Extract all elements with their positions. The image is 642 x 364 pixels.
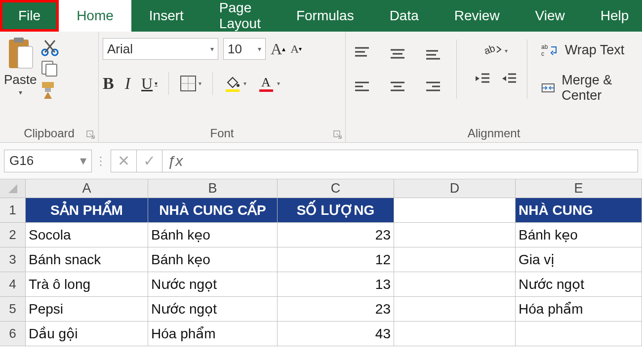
select-all-corner[interactable] (0, 179, 26, 198)
tab-page-layout[interactable]: Page Layout (201, 0, 279, 32)
font-color-button[interactable]: A ▾ (257, 75, 280, 92)
clipboard-launcher[interactable] (86, 130, 95, 139)
paste-label: Paste (4, 72, 37, 87)
fx-button[interactable]: ƒx (162, 150, 188, 172)
bold-button[interactable]: B (103, 74, 114, 93)
accept-formula-button[interactable]: ✓ (136, 150, 162, 172)
tab-view[interactable]: View (518, 0, 583, 32)
paste-dropdown[interactable]: ▾ (19, 88, 22, 96)
cell[interactable] (394, 223, 516, 247)
cell[interactable] (394, 272, 516, 297)
cell[interactable]: Socola (26, 223, 148, 247)
cell[interactable]: SỐ LƯỢNG (278, 198, 394, 223)
ribbon-tabs: File Home Insert Page Layout Formulas Da… (0, 0, 642, 32)
cell[interactable] (394, 247, 516, 272)
svg-text:c: c (541, 50, 544, 57)
row-header[interactable]: 5 (0, 297, 26, 322)
cell[interactable]: NHÀ CUNG (516, 198, 642, 223)
name-box-value: G16 (9, 153, 34, 168)
svg-rect-18 (259, 89, 273, 92)
tab-home[interactable]: Home (59, 0, 131, 32)
svg-text:ab: ab (484, 42, 496, 56)
align-top-button[interactable] (350, 40, 374, 67)
row-header[interactable]: 6 (0, 322, 26, 346)
cell[interactable] (394, 198, 516, 223)
cell[interactable]: Trà ô long (26, 272, 148, 297)
group-clipboard: Paste ▾ Clipboard (0, 32, 99, 142)
cell[interactable]: Bánh snack (26, 247, 148, 272)
tab-file[interactable]: File (0, 0, 59, 32)
tab-data[interactable]: Data (372, 0, 437, 32)
cell[interactable]: Gia vị (516, 247, 642, 272)
formula-input[interactable] (187, 150, 638, 172)
cell[interactable]: Dầu gội (26, 322, 148, 346)
column-header-A[interactable]: A (26, 179, 148, 198)
name-box-expand[interactable]: ⋮ (92, 154, 111, 168)
copy-button[interactable] (40, 59, 60, 77)
align-left-button[interactable] (350, 73, 374, 101)
column-header-B[interactable]: B (148, 179, 278, 198)
cell[interactable]: Bánh kẹo (148, 223, 278, 247)
column-header-D[interactable]: D (394, 179, 516, 198)
format-painter-button[interactable] (39, 80, 61, 100)
align-middle-button[interactable] (385, 40, 410, 67)
borders-button[interactable]: ▾ (180, 75, 201, 92)
row-header[interactable]: 2 (0, 223, 26, 247)
orientation-button[interactable]: ab ▾ (474, 42, 518, 59)
tab-insert[interactable]: Insert (131, 0, 201, 32)
font-launcher[interactable] (333, 130, 342, 139)
cell[interactable]: 13 (278, 272, 394, 297)
wrap-text-button[interactable]: abc Wrap Text (541, 42, 638, 58)
svg-rect-1 (14, 38, 24, 42)
cell[interactable]: 43 (278, 322, 394, 346)
cell[interactable]: Nước ngọt (516, 272, 642, 297)
group-alignment: ab ▾ abc Wrap Text Merge & Center (346, 32, 642, 142)
decrease-indent-button[interactable] (474, 71, 491, 86)
row-header[interactable]: 3 (0, 247, 26, 272)
cell[interactable]: NHÀ CUNG CẤP (148, 198, 278, 223)
cell[interactable]: Hóa phẩm (148, 322, 278, 346)
merge-center-button[interactable]: Merge & Center (541, 73, 638, 103)
tab-formulas[interactable]: Formulas (279, 0, 372, 32)
tab-review[interactable]: Review (437, 0, 518, 32)
group-alignment-label: Alignment (350, 126, 638, 141)
group-font: Arial ▾ 10 ▾ A▴ A▾ B I U▾ (99, 32, 346, 142)
svg-rect-2 (18, 46, 33, 68)
cell[interactable]: 12 (278, 247, 394, 272)
cell[interactable] (394, 322, 516, 346)
align-center-button[interactable] (385, 73, 410, 101)
cell[interactable]: Bánh kẹo (516, 223, 642, 247)
svg-rect-9 (42, 82, 54, 88)
row-header[interactable]: 1 (0, 198, 26, 223)
svg-rect-8 (46, 64, 57, 76)
cell[interactable]: Pepsi (26, 297, 148, 322)
font-name-select[interactable]: Arial ▾ (103, 38, 218, 60)
align-bottom-button[interactable] (421, 40, 445, 67)
paste-button[interactable] (5, 37, 36, 71)
increase-font-button[interactable]: A▴ (271, 40, 285, 58)
italic-button[interactable]: I (125, 74, 130, 93)
svg-rect-10 (45, 88, 51, 92)
tab-help[interactable]: Help (583, 0, 642, 32)
cancel-formula-button[interactable]: ✕ (111, 150, 136, 172)
column-header-C[interactable]: C (278, 179, 394, 198)
cell[interactable]: SẢN PHẨM (26, 198, 148, 223)
decrease-font-button[interactable]: A▾ (290, 42, 302, 56)
cell[interactable]: Nước ngọt (148, 272, 278, 297)
column-header-E[interactable]: E (516, 179, 642, 198)
row-header[interactable]: 4 (0, 272, 26, 297)
cut-button[interactable] (40, 39, 60, 56)
align-right-button[interactable] (421, 73, 445, 101)
fill-color-button[interactable]: ▾ (224, 75, 246, 92)
increase-indent-button[interactable] (500, 71, 518, 86)
name-box[interactable]: G16 ▾ (4, 150, 92, 172)
font-size-select[interactable]: 10 ▾ (223, 38, 266, 60)
cell[interactable]: 23 (278, 223, 394, 247)
cell[interactable]: 23 (278, 297, 394, 322)
cell[interactable] (516, 322, 642, 346)
cell[interactable]: Nước ngọt (148, 297, 278, 322)
underline-button[interactable]: U▾ (141, 75, 158, 93)
cell[interactable] (394, 297, 516, 322)
cell[interactable]: Hóa phẩm (516, 297, 642, 322)
cell[interactable]: Bánh kẹo (148, 247, 278, 272)
